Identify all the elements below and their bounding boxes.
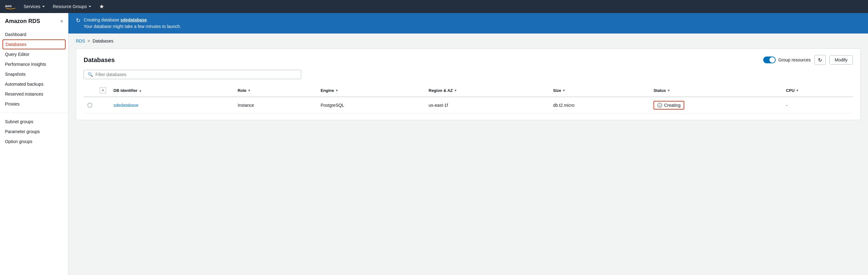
resource-groups-label: Resource Groups (53, 4, 87, 9)
group-resources-toggle[interactable] (763, 57, 776, 63)
col-cpu-sort-icon: ▼ (796, 89, 799, 92)
status-creating-badge: ⊕ Creating (653, 101, 684, 110)
col-region-az[interactable]: Region & AZ ▼ (425, 84, 549, 97)
col-role-sort-icon: ▼ (248, 89, 251, 92)
table-header: + DB identifier ▲ Role (84, 84, 853, 97)
row-radio-cell (84, 97, 96, 113)
row-cpu-value: - (786, 103, 787, 108)
notification-suffix: . (147, 18, 148, 22)
sidebar-item-snapshots[interactable]: Snapshots (0, 69, 68, 79)
col-db-identifier-label: DB identifier (114, 88, 137, 93)
sidebar: Amazon RDS × Dashboard Databases Query E… (0, 13, 68, 275)
search-input[interactable] (95, 72, 297, 77)
row-db-identifier-cell: sdedatabase (110, 97, 234, 113)
panel-actions: Group resources ↻ Modify (763, 55, 853, 65)
row-size-cell: db.t2.micro (549, 97, 650, 113)
row-role-value: Instance (238, 103, 254, 108)
refresh-icon: ↻ (818, 57, 822, 63)
col-engine-label: Engine (320, 88, 334, 93)
group-resources-toggle-wrapper: Group resources (763, 57, 810, 63)
row-cpu-cell: - (782, 97, 853, 113)
col-db-identifier[interactable]: DB identifier ▲ (110, 84, 234, 97)
sidebar-divider (0, 113, 68, 113)
toggle-knob (770, 57, 775, 63)
notification-db-link[interactable]: sdedatabase (120, 18, 147, 22)
row-radio-button[interactable] (87, 103, 92, 108)
main-content: RDS > Databases Databases Group resource… (68, 34, 868, 275)
row-region-az-value: us-east-1f (429, 103, 448, 108)
col-size-sort-icon: ▼ (562, 89, 565, 92)
search-icon: 🔍 (88, 72, 93, 77)
sidebar-item-parameter-groups[interactable]: Parameter groups (0, 127, 68, 137)
sort-asc-icon: ▲ (138, 89, 142, 92)
row-engine-cell: PostgreSQL (317, 97, 425, 113)
breadcrumb-rds[interactable]: RDS (76, 38, 85, 43)
sidebar-title: Amazon RDS (5, 18, 40, 25)
col-status-label: Status (653, 88, 666, 93)
sidebar-item-automated-backups[interactable]: Automated backups (0, 79, 68, 89)
col-size-label: Size (553, 88, 561, 93)
col-size[interactable]: Size ▼ (549, 84, 650, 97)
notification-subtext: Your database might take a few minutes t… (84, 24, 181, 29)
group-resources-label: Group resources (778, 58, 810, 62)
col-role[interactable]: Role ▼ (234, 84, 317, 97)
sidebar-item-databases[interactable]: Databases (2, 39, 66, 49)
col-status-sort-icon: ▼ (667, 89, 670, 92)
panel-title: Databases (84, 57, 115, 64)
aws-logo[interactable]: aws (5, 2, 16, 11)
col-radio (84, 84, 96, 97)
col-cpu[interactable]: CPU ▼ (782, 84, 853, 97)
expand-icon[interactable]: + (100, 87, 106, 94)
col-cpu-label: CPU (786, 88, 794, 93)
col-status[interactable]: Status ▼ (650, 84, 782, 97)
row-role-cell: Instance (234, 97, 317, 113)
notification-prefix: Creating database (84, 18, 120, 22)
notification-banner: ↻ Creating database sdedatabase. Your da… (68, 13, 868, 34)
row-expand-cell (96, 97, 110, 113)
services-menu[interactable]: Services (24, 4, 45, 9)
status-spinner-icon: ⊕ (657, 103, 662, 108)
sidebar-item-proxies[interactable]: Proxies (0, 99, 68, 109)
col-region-az-label: Region & AZ (429, 88, 453, 93)
row-size-value: db.t2.micro (553, 103, 575, 108)
panel-header: Databases Group resources ↻ Modify (84, 55, 853, 65)
breadcrumb: RDS > Databases (76, 38, 861, 43)
modify-button[interactable]: Modify (830, 55, 853, 65)
col-engine[interactable]: Engine ▼ (317, 84, 425, 97)
sidebar-item-subnet-groups[interactable]: Subnet groups (0, 117, 68, 127)
status-creating-label: Creating (664, 103, 681, 108)
content-area: ↻ Creating database sdedatabase. Your da… (68, 13, 868, 275)
table-body: sdedatabase Instance PostgreSQL us-east-… (84, 97, 853, 113)
notification-spinner-icon: ↻ (76, 17, 81, 24)
breadcrumb-current: Databases (93, 38, 114, 43)
db-identifier-link[interactable]: sdedatabase (114, 103, 138, 108)
sidebar-item-query-editor[interactable]: Query Editor (0, 49, 68, 59)
sidebar-close-button[interactable]: × (60, 19, 63, 24)
search-bar: 🔍 (84, 70, 301, 79)
breadcrumb-separator: > (88, 38, 90, 43)
sidebar-item-dashboard[interactable]: Dashboard (0, 30, 68, 39)
sidebar-item-performance-insights[interactable]: Performance Insights (0, 59, 68, 69)
sidebar-item-option-groups[interactable]: Option groups (0, 137, 68, 146)
resource-groups-menu[interactable]: Resource Groups (53, 4, 92, 9)
sidebar-header: Amazon RDS × (0, 18, 68, 30)
table-row: sdedatabase Instance PostgreSQL us-east-… (84, 97, 853, 113)
col-region-az-sort-icon: ▼ (454, 89, 457, 92)
databases-table: + DB identifier ▲ Role (84, 84, 853, 113)
col-role-label: Role (238, 88, 246, 93)
databases-panel: Databases Group resources ↻ Modify (76, 48, 861, 120)
services-label: Services (24, 4, 40, 9)
row-status-cell: ⊕ Creating (650, 97, 782, 113)
col-engine-sort-icon: ▼ (335, 89, 338, 92)
main-layout: Amazon RDS × Dashboard Databases Query E… (0, 13, 868, 275)
sidebar-item-reserved-instances[interactable]: Reserved instances (0, 89, 68, 99)
col-expand: + (96, 84, 110, 97)
refresh-button[interactable]: ↻ (814, 55, 826, 65)
top-navbar: aws Services Resource Groups ★ (0, 0, 868, 13)
row-region-az-cell: us-east-1f (425, 97, 549, 113)
notification-text: Creating database sdedatabase. Your data… (84, 17, 181, 30)
row-engine-value: PostgreSQL (320, 103, 344, 108)
svg-text:aws: aws (5, 4, 12, 8)
favorites-icon[interactable]: ★ (99, 3, 104, 10)
